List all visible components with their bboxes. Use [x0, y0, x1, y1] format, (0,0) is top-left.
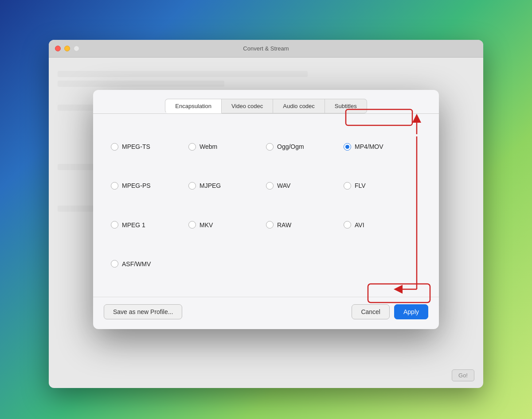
action-buttons: Cancel Apply: [352, 304, 428, 319]
apply-button[interactable]: Apply: [394, 304, 428, 319]
radio-circle-mp4-mov: [344, 143, 351, 151]
save-profile-button[interactable]: Save as new Profile...: [104, 304, 182, 319]
modal-footer: Save as new Profile... Cancel Apply: [93, 297, 439, 329]
radio-circle-raw: [266, 221, 274, 229]
modal-dialog: Encapsulation Video codec Audio codec Su…: [93, 90, 439, 329]
radio-circle-asf-wmv: [111, 260, 118, 268]
radio-mjpeg[interactable]: MJPEG: [188, 166, 266, 205]
radio-label-avi: AVI: [355, 221, 364, 229]
radio-label-mjpeg: MJPEG: [200, 182, 221, 189]
radio-label-wav: WAV: [277, 182, 290, 189]
radio-webm[interactable]: Webm: [188, 127, 266, 166]
radio-circle-wav: [266, 182, 274, 190]
radio-label-raw: RAW: [277, 221, 291, 229]
radio-circle-mpeg-ts: [111, 143, 118, 151]
radio-mpeg-ps[interactable]: MPEG-PS: [111, 166, 188, 205]
radio-label-ogg-ogm: Ogg/Ogm: [277, 143, 304, 150]
radio-wav[interactable]: WAV: [266, 166, 344, 205]
tab-bar: Encapsulation Video codec Audio codec Su…: [93, 90, 439, 114]
radio-label-mpeg-ts: MPEG-TS: [122, 143, 150, 150]
radio-circle-mjpeg: [188, 182, 196, 190]
radio-avi[interactable]: AVI: [344, 206, 421, 244]
radio-label-webm: Webm: [200, 143, 217, 150]
radio-mpeg-ts[interactable]: MPEG-TS: [111, 127, 188, 166]
modal-overlay: Encapsulation Video codec Audio codec Su…: [0, 0, 532, 419]
radio-label-mpeg1: MPEG 1: [122, 221, 145, 229]
tab-encapsulation[interactable]: Encapsulation: [165, 99, 222, 113]
radio-circle-ogg-ogm: [266, 143, 274, 151]
tab-audio-codec[interactable]: Audio codec: [273, 99, 325, 113]
radio-circle-mkv: [188, 221, 196, 229]
radio-label-asf-wmv: ASF/WMV: [122, 260, 151, 268]
radio-raw[interactable]: RAW: [266, 206, 344, 244]
empty-cell-1: [188, 244, 266, 283]
radio-ogg-ogm[interactable]: Ogg/Ogm: [266, 127, 344, 166]
tab-subtitles[interactable]: Subtitles: [325, 99, 367, 113]
radio-mpeg1[interactable]: MPEG 1: [111, 206, 188, 244]
radio-mp4-mov[interactable]: MP4/MOV: [344, 127, 421, 166]
radio-mkv[interactable]: MKV: [188, 206, 266, 244]
radio-label-mp4-mov: MP4/MOV: [355, 143, 383, 150]
empty-cell-2: [266, 244, 344, 283]
radio-label-flv: FLV: [355, 182, 366, 189]
radio-circle-avi: [344, 221, 351, 229]
radio-asf-wmv[interactable]: ASF/WMV: [111, 244, 188, 283]
radio-flv[interactable]: FLV: [344, 166, 421, 205]
radio-circle-flv: [344, 182, 351, 190]
tab-video-codec[interactable]: Video codec: [222, 99, 273, 113]
radio-circle-mpeg1: [111, 221, 118, 229]
cancel-button[interactable]: Cancel: [352, 304, 390, 319]
radio-label-mkv: MKV: [200, 221, 213, 229]
encapsulation-options: MPEG-TS Webm Ogg/Ogm MP4/MOV MPEG-PS: [93, 114, 439, 297]
empty-cell-3: [344, 244, 421, 283]
radio-circle-webm: [188, 143, 196, 151]
radio-label-mpeg-ps: MPEG-PS: [122, 182, 151, 189]
radio-circle-mpeg-ps: [111, 182, 118, 190]
